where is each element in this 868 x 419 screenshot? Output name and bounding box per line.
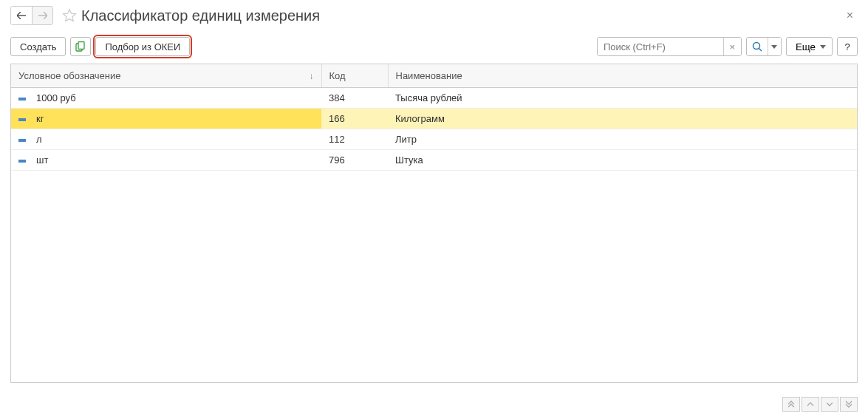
search-icon [752, 41, 762, 52]
chevron-down-icon [771, 45, 777, 49]
col-header-code[interactable]: Код [321, 64, 388, 88]
col-header-symbol[interactable]: Условное обозначение ↓ [11, 64, 321, 88]
page-up-button[interactable] [802, 397, 819, 412]
cell-symbol: л [36, 134, 42, 145]
table-row[interactable]: кг166Килограмм [11, 109, 857, 129]
search-group: × [597, 37, 742, 56]
units-table: Условное обозначение ↓ Код Наименование … [10, 64, 858, 383]
double-down-icon [845, 401, 852, 408]
up-icon [807, 401, 814, 407]
close-button[interactable]: × [842, 7, 858, 24]
paging-controls [782, 397, 858, 412]
item-icon [18, 160, 26, 163]
nav-buttons [10, 6, 53, 25]
table-empty-area [11, 171, 857, 382]
create-button[interactable]: Создать [10, 37, 66, 56]
more-label: Еще [796, 41, 816, 52]
table-row[interactable]: 1000 руб384Тысяча рублей [11, 88, 857, 109]
pick-okei-button[interactable]: Подбор из ОКЕИ [95, 37, 190, 56]
search-clear-button[interactable]: × [723, 38, 741, 55]
cell-code: 384 [321, 88, 388, 109]
search-dropdown-button[interactable] [746, 37, 782, 56]
page-last-button[interactable] [840, 397, 858, 412]
cell-code: 166 [321, 109, 388, 129]
cell-name: Тысяча рублей [388, 88, 857, 109]
table-row[interactable]: л112Литр [11, 129, 857, 150]
nav-back-button[interactable] [11, 7, 32, 24]
sort-indicator-icon: ↓ [310, 71, 314, 81]
chevron-down-icon [820, 45, 826, 49]
cell-name: Килограмм [388, 109, 857, 129]
table-row[interactable]: шт796Штука [11, 150, 857, 171]
copy-icon [75, 41, 86, 52]
item-icon [18, 139, 26, 142]
page-title: Классификатор единиц измерения [81, 7, 842, 24]
svg-line-3 [759, 49, 762, 52]
item-icon [18, 98, 26, 101]
cell-name: Литр [388, 129, 857, 150]
arrow-left-icon [17, 12, 26, 19]
favorite-star-icon[interactable] [62, 8, 77, 23]
item-icon [18, 118, 26, 121]
search-input[interactable] [598, 38, 723, 55]
double-up-icon [787, 401, 795, 408]
page-first-button[interactable] [782, 397, 800, 412]
arrow-right-icon [38, 12, 47, 19]
more-button[interactable]: Еще [786, 37, 833, 56]
svg-rect-1 [78, 42, 84, 50]
cell-symbol: кг [36, 113, 44, 124]
page-down-button[interactable] [821, 397, 838, 412]
help-button[interactable]: ? [837, 37, 858, 56]
cell-symbol: шт [36, 154, 48, 166]
svg-point-2 [753, 43, 759, 50]
nav-forward-button[interactable] [32, 7, 52, 24]
down-icon [826, 401, 833, 407]
cell-code: 796 [321, 150, 388, 171]
cell-name: Штука [388, 150, 857, 171]
copy-button[interactable] [70, 37, 91, 56]
col-header-name[interactable]: Наименование [388, 64, 857, 88]
cell-symbol: 1000 руб [36, 92, 76, 103]
cell-code: 112 [321, 129, 388, 150]
